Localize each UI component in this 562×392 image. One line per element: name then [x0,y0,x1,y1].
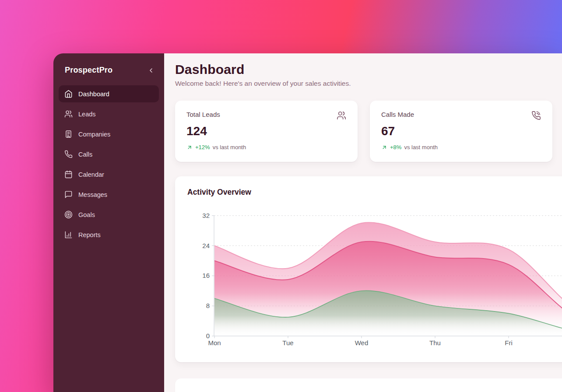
sidebar-item-messages[interactable]: Messages [59,186,159,203]
building-icon [64,130,73,138]
activity-chart: 08162432MonTueWedThuFriSatSun [175,206,562,351]
sidebar-item-calendar[interactable]: Calendar [59,166,159,183]
bar-chart-icon [64,231,73,239]
home-icon [64,90,73,98]
stat-trend: +12% vs last month [186,144,346,150]
svg-text:24: 24 [202,242,210,249]
sidebar-item-label: Calendar [78,171,104,178]
stats-row: Total Leads 124 +12% vs last month Calls [175,101,562,162]
stat-trend: +8% vs last month [381,144,541,150]
svg-text:Fri: Fri [505,339,513,346]
users-icon [337,111,346,120]
sidebar-item-label: Leads [78,111,96,118]
sidebar-item-label: Messages [78,191,107,198]
activity-chart-canvas: 08162432MonTueWedThuFriSatSun [175,206,562,351]
target-icon [64,210,73,219]
sidebar-item-label: Goals [78,211,95,218]
svg-text:Wed: Wed [355,339,369,346]
phone-icon [64,150,73,158]
stat-card-calls-made: Calls Made 67 +8% vs last month [370,101,552,162]
main-content: Dashboard Welcome back! Here's an overvi… [164,53,562,392]
app-logo: ProspectPro [65,66,112,75]
chart-title: Activity Overview [187,188,562,197]
app-window: ProspectPro Dashboard Leads [53,53,562,392]
sidebar-nav: Dashboard Leads Companies Calls [59,85,159,243]
svg-text:Thu: Thu [429,339,441,346]
sidebar-header: ProspectPro [59,61,159,85]
sidebar: ProspectPro Dashboard Leads [53,53,164,392]
trend-percent: +12% [195,144,210,150]
sidebar-item-calls[interactable]: Calls [59,146,159,163]
sidebar-collapse-button[interactable] [147,66,155,75]
gradient-backdrop: { "app": { "brand": "ProspectPro" }, "si… [0,0,562,392]
sidebar-item-label: Companies [78,131,110,138]
trend-suffix: vs last month [404,144,438,150]
phone-call-icon [531,111,541,120]
chevron-left-icon [148,67,155,74]
page-subtitle: Welcome back! Here's an overview of your… [175,80,562,88]
sidebar-item-label: Dashboard [78,91,109,98]
partial-card [175,378,562,392]
chart-x-axis-labels: MonTueWedThuFriSatSun [208,339,562,346]
svg-text:16: 16 [202,272,210,279]
sidebar-item-goals[interactable]: Goals [59,206,159,223]
svg-text:Mon: Mon [208,339,221,346]
activity-overview-card: Activity Overview 08162432MonTueWedThuFr… [175,176,562,362]
svg-text:32: 32 [202,212,210,219]
users-icon [64,110,73,118]
svg-text:8: 8 [206,302,210,309]
arrow-up-right-icon [186,144,193,150]
page-title: Dashboard [175,62,562,77]
sidebar-item-label: Reports [78,231,101,238]
svg-text:Tue: Tue [282,339,293,346]
sidebar-item-label: Calls [78,151,92,158]
calendar-icon [64,170,73,178]
message-icon [64,190,73,199]
trend-suffix: vs last month [213,144,246,150]
stat-label: Total Leads [186,111,220,118]
stat-label: Calls Made [381,111,414,118]
sidebar-item-companies[interactable]: Companies [59,126,159,143]
stat-value: 124 [186,124,346,138]
sidebar-item-leads[interactable]: Leads [59,105,159,122]
sidebar-item-reports[interactable]: Reports [59,226,159,243]
arrow-up-right-icon [381,144,387,150]
trend-percent: +8% [390,144,401,150]
sidebar-item-dashboard[interactable]: Dashboard [59,85,159,102]
stat-value: 67 [381,124,541,138]
svg-text:0: 0 [206,332,210,340]
stat-card-total-leads: Total Leads 124 +12% vs last month [175,101,358,162]
chart-y-axis-labels: 08162432 [202,212,210,340]
